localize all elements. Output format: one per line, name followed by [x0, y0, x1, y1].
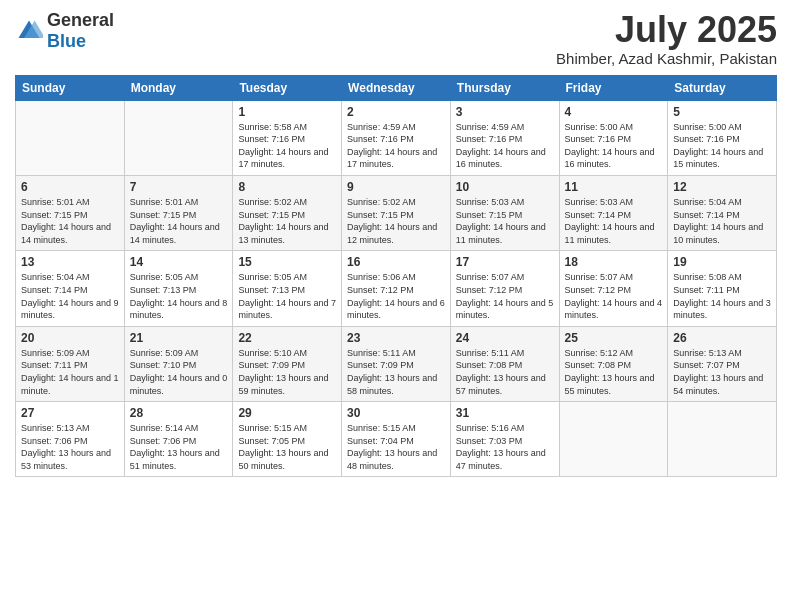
day-number: 31	[456, 406, 554, 420]
day-info: Sunrise: 5:01 AMSunset: 7:15 PMDaylight:…	[21, 196, 119, 246]
calendar-cell: 30Sunrise: 5:15 AMSunset: 7:04 PMDayligh…	[342, 402, 451, 477]
day-info: Sunrise: 4:59 AMSunset: 7:16 PMDaylight:…	[347, 121, 445, 171]
page-header: General Blue July 2025 Bhimber, Azad Kas…	[15, 10, 777, 67]
day-info: Sunrise: 5:12 AMSunset: 7:08 PMDaylight:…	[565, 347, 663, 397]
day-info: Sunrise: 5:04 AMSunset: 7:14 PMDaylight:…	[673, 196, 771, 246]
day-info: Sunrise: 5:11 AMSunset: 7:08 PMDaylight:…	[456, 347, 554, 397]
day-number: 29	[238, 406, 336, 420]
day-number: 3	[456, 105, 554, 119]
day-number: 12	[673, 180, 771, 194]
day-info: Sunrise: 5:08 AMSunset: 7:11 PMDaylight:…	[673, 271, 771, 321]
calendar-cell: 6Sunrise: 5:01 AMSunset: 7:15 PMDaylight…	[16, 175, 125, 250]
day-info: Sunrise: 5:10 AMSunset: 7:09 PMDaylight:…	[238, 347, 336, 397]
calendar-cell: 5Sunrise: 5:00 AMSunset: 7:16 PMDaylight…	[668, 100, 777, 175]
weekday-header: Tuesday	[233, 75, 342, 100]
day-info: Sunrise: 5:05 AMSunset: 7:13 PMDaylight:…	[130, 271, 228, 321]
day-number: 25	[565, 331, 663, 345]
day-number: 28	[130, 406, 228, 420]
calendar-cell	[668, 402, 777, 477]
calendar-cell: 20Sunrise: 5:09 AMSunset: 7:11 PMDayligh…	[16, 326, 125, 401]
calendar-cell: 8Sunrise: 5:02 AMSunset: 7:15 PMDaylight…	[233, 175, 342, 250]
logo-text: General Blue	[47, 10, 114, 52]
weekday-header: Sunday	[16, 75, 125, 100]
weekday-header: Monday	[124, 75, 233, 100]
calendar-cell: 3Sunrise: 4:59 AMSunset: 7:16 PMDaylight…	[450, 100, 559, 175]
day-info: Sunrise: 5:06 AMSunset: 7:12 PMDaylight:…	[347, 271, 445, 321]
day-info: Sunrise: 5:16 AMSunset: 7:03 PMDaylight:…	[456, 422, 554, 472]
day-info: Sunrise: 5:07 AMSunset: 7:12 PMDaylight:…	[456, 271, 554, 321]
day-number: 27	[21, 406, 119, 420]
day-number: 15	[238, 255, 336, 269]
day-info: Sunrise: 5:15 AMSunset: 7:04 PMDaylight:…	[347, 422, 445, 472]
day-number: 18	[565, 255, 663, 269]
day-info: Sunrise: 5:15 AMSunset: 7:05 PMDaylight:…	[238, 422, 336, 472]
day-number: 9	[347, 180, 445, 194]
calendar-cell: 1Sunrise: 5:58 AMSunset: 7:16 PMDaylight…	[233, 100, 342, 175]
calendar-cell: 31Sunrise: 5:16 AMSunset: 7:03 PMDayligh…	[450, 402, 559, 477]
calendar-cell: 9Sunrise: 5:02 AMSunset: 7:15 PMDaylight…	[342, 175, 451, 250]
day-number: 5	[673, 105, 771, 119]
logo-general: General	[47, 10, 114, 30]
logo-blue: Blue	[47, 31, 86, 51]
day-number: 6	[21, 180, 119, 194]
day-number: 11	[565, 180, 663, 194]
calendar-cell: 29Sunrise: 5:15 AMSunset: 7:05 PMDayligh…	[233, 402, 342, 477]
calendar-cell: 17Sunrise: 5:07 AMSunset: 7:12 PMDayligh…	[450, 251, 559, 326]
calendar-cell: 26Sunrise: 5:13 AMSunset: 7:07 PMDayligh…	[668, 326, 777, 401]
day-number: 13	[21, 255, 119, 269]
calendar-cell: 10Sunrise: 5:03 AMSunset: 7:15 PMDayligh…	[450, 175, 559, 250]
day-info: Sunrise: 5:00 AMSunset: 7:16 PMDaylight:…	[565, 121, 663, 171]
calendar-cell: 12Sunrise: 5:04 AMSunset: 7:14 PMDayligh…	[668, 175, 777, 250]
day-number: 2	[347, 105, 445, 119]
day-info: Sunrise: 5:02 AMSunset: 7:15 PMDaylight:…	[347, 196, 445, 246]
day-info: Sunrise: 5:01 AMSunset: 7:15 PMDaylight:…	[130, 196, 228, 246]
calendar-cell: 16Sunrise: 5:06 AMSunset: 7:12 PMDayligh…	[342, 251, 451, 326]
day-number: 14	[130, 255, 228, 269]
calendar-cell: 23Sunrise: 5:11 AMSunset: 7:09 PMDayligh…	[342, 326, 451, 401]
day-info: Sunrise: 5:03 AMSunset: 7:15 PMDaylight:…	[456, 196, 554, 246]
calendar-cell: 14Sunrise: 5:05 AMSunset: 7:13 PMDayligh…	[124, 251, 233, 326]
day-number: 1	[238, 105, 336, 119]
day-info: Sunrise: 5:09 AMSunset: 7:10 PMDaylight:…	[130, 347, 228, 397]
day-info: Sunrise: 5:09 AMSunset: 7:11 PMDaylight:…	[21, 347, 119, 397]
calendar-table: SundayMondayTuesdayWednesdayThursdayFrid…	[15, 75, 777, 478]
day-number: 7	[130, 180, 228, 194]
day-info: Sunrise: 5:00 AMSunset: 7:16 PMDaylight:…	[673, 121, 771, 171]
day-info: Sunrise: 5:13 AMSunset: 7:06 PMDaylight:…	[21, 422, 119, 472]
title-area: July 2025 Bhimber, Azad Kashmir, Pakista…	[556, 10, 777, 67]
calendar-cell: 19Sunrise: 5:08 AMSunset: 7:11 PMDayligh…	[668, 251, 777, 326]
calendar-cell: 4Sunrise: 5:00 AMSunset: 7:16 PMDaylight…	[559, 100, 668, 175]
calendar-cell: 11Sunrise: 5:03 AMSunset: 7:14 PMDayligh…	[559, 175, 668, 250]
logo-icon	[15, 17, 43, 45]
day-number: 22	[238, 331, 336, 345]
calendar-cell	[16, 100, 125, 175]
day-number: 21	[130, 331, 228, 345]
location-title: Bhimber, Azad Kashmir, Pakistan	[556, 50, 777, 67]
day-info: Sunrise: 5:02 AMSunset: 7:15 PMDaylight:…	[238, 196, 336, 246]
day-info: Sunrise: 5:07 AMSunset: 7:12 PMDaylight:…	[565, 271, 663, 321]
calendar-cell: 13Sunrise: 5:04 AMSunset: 7:14 PMDayligh…	[16, 251, 125, 326]
calendar-week-row: 20Sunrise: 5:09 AMSunset: 7:11 PMDayligh…	[16, 326, 777, 401]
day-number: 16	[347, 255, 445, 269]
day-number: 19	[673, 255, 771, 269]
day-number: 26	[673, 331, 771, 345]
calendar-cell: 25Sunrise: 5:12 AMSunset: 7:08 PMDayligh…	[559, 326, 668, 401]
day-number: 20	[21, 331, 119, 345]
day-number: 4	[565, 105, 663, 119]
month-title: July 2025	[556, 10, 777, 50]
day-number: 8	[238, 180, 336, 194]
calendar-cell: 28Sunrise: 5:14 AMSunset: 7:06 PMDayligh…	[124, 402, 233, 477]
day-number: 23	[347, 331, 445, 345]
calendar-cell: 21Sunrise: 5:09 AMSunset: 7:10 PMDayligh…	[124, 326, 233, 401]
calendar-cell: 18Sunrise: 5:07 AMSunset: 7:12 PMDayligh…	[559, 251, 668, 326]
day-number: 24	[456, 331, 554, 345]
calendar-cell: 24Sunrise: 5:11 AMSunset: 7:08 PMDayligh…	[450, 326, 559, 401]
weekday-header: Wednesday	[342, 75, 451, 100]
calendar-cell: 27Sunrise: 5:13 AMSunset: 7:06 PMDayligh…	[16, 402, 125, 477]
day-info: Sunrise: 5:11 AMSunset: 7:09 PMDaylight:…	[347, 347, 445, 397]
day-info: Sunrise: 5:03 AMSunset: 7:14 PMDaylight:…	[565, 196, 663, 246]
day-number: 10	[456, 180, 554, 194]
day-number: 30	[347, 406, 445, 420]
calendar-header-row: SundayMondayTuesdayWednesdayThursdayFrid…	[16, 75, 777, 100]
calendar-week-row: 27Sunrise: 5:13 AMSunset: 7:06 PMDayligh…	[16, 402, 777, 477]
